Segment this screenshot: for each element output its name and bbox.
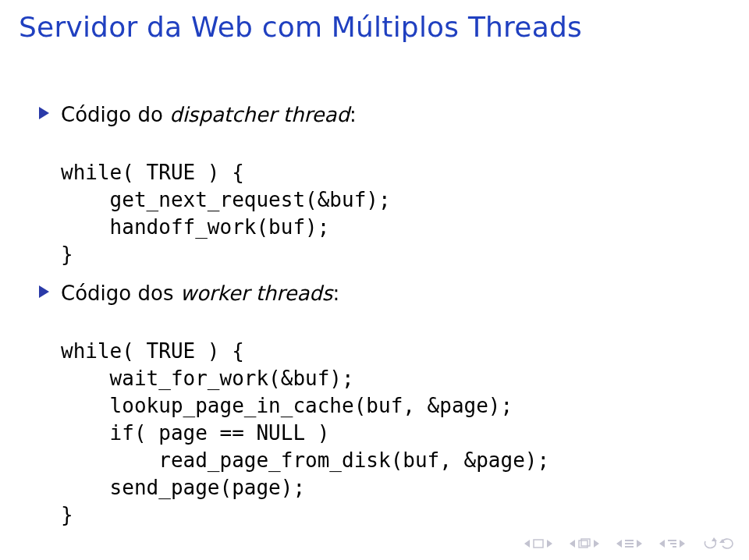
code-block: while( TRUE ) { get_next_request(&buf); … xyxy=(61,132,718,268)
code-line: while( TRUE ) { xyxy=(61,161,244,184)
nav-prev-subsection-icon[interactable] xyxy=(659,540,665,548)
code-line: handoff_work(buf); xyxy=(61,215,329,239)
nav-frame-icon[interactable] xyxy=(578,538,591,549)
nav-slide-group xyxy=(524,539,552,548)
bullet-lead: Código do xyxy=(61,103,169,126)
bullet-emph: dispatcher thread xyxy=(169,103,350,126)
bullet-text: Código do dispatcher thread: xyxy=(61,103,357,126)
nav-go-group xyxy=(702,537,735,551)
code-line: wait_for_work(&buf); xyxy=(61,367,354,390)
nav-slide-icon[interactable] xyxy=(533,539,544,548)
code-line: read_page_from_disk(buf, &page); xyxy=(61,448,549,472)
nav-prev-frame-icon[interactable] xyxy=(570,540,575,548)
nav-subsection-group xyxy=(659,540,685,548)
bullet-text: Código dos worker threads: xyxy=(61,282,339,305)
nav-section-group xyxy=(616,540,642,548)
nav-prev-slide-icon[interactable] xyxy=(524,540,530,548)
code-line: if( page == NULL ) xyxy=(61,421,329,445)
svg-marker-3 xyxy=(712,537,717,541)
code-line: } xyxy=(61,243,73,266)
code-line: while( TRUE ) { xyxy=(61,339,244,363)
bullet-lead: Código dos xyxy=(61,282,180,305)
bullet-item: Código do dispatcher thread: xyxy=(61,101,718,129)
nav-next-subsection-icon[interactable] xyxy=(680,540,685,548)
bullet-tail: : xyxy=(332,282,339,305)
code-line: get_next_request(&buf); xyxy=(61,188,391,211)
bullet-marker-icon xyxy=(39,107,49,119)
slide: Servidor da Web com Múltiplos Threads Có… xyxy=(0,0,749,560)
code-line: lookup_page_in_cache(buf, &page); xyxy=(61,394,513,417)
bullet-emph: worker threads xyxy=(180,282,333,305)
nav-reload-icon[interactable] xyxy=(719,537,735,551)
nav-section-icon[interactable] xyxy=(625,540,634,548)
bullet-item: Código dos worker threads: xyxy=(61,280,718,307)
nav-next-section-icon[interactable] xyxy=(637,540,642,548)
beamer-nav xyxy=(524,537,735,551)
nav-next-frame-icon[interactable] xyxy=(594,540,599,548)
nav-prev-section-icon[interactable] xyxy=(616,540,622,548)
nav-subsection-icon[interactable] xyxy=(668,540,676,548)
nav-frame-group xyxy=(570,538,599,549)
slide-content: Código do dispatcher thread: while( TRUE… xyxy=(61,101,718,540)
nav-back-icon[interactable] xyxy=(702,537,716,550)
nav-next-slide-icon[interactable] xyxy=(547,540,552,548)
svg-rect-0 xyxy=(534,540,543,548)
slide-title: Servidor da Web com Múltiplos Threads xyxy=(19,11,582,43)
code-line: } xyxy=(61,503,73,526)
code-line: send_page(page); xyxy=(61,476,305,499)
bullet-marker-icon xyxy=(39,285,49,298)
bullet-tail: : xyxy=(350,103,357,126)
code-block: while( TRUE ) { wait_for_work(&buf); loo… xyxy=(61,310,718,530)
